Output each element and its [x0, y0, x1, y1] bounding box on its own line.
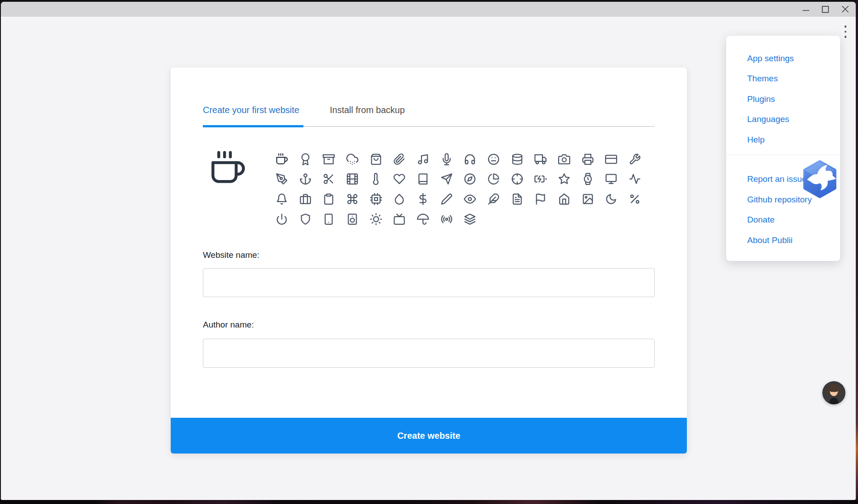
minimize-button[interactable] [796, 2, 816, 17]
kebab-dot [845, 31, 847, 33]
close-button[interactable] [835, 2, 855, 17]
menu-item-help[interactable]: Help [726, 130, 840, 150]
power-icon [276, 213, 288, 225]
author-name-input[interactable] [203, 339, 655, 368]
flag-icon [534, 193, 547, 205]
icon-option-book[interactable] [411, 169, 435, 189]
icon-option-percent[interactable] [623, 189, 647, 209]
icon-option-bell[interactable] [270, 189, 294, 209]
create-website-button[interactable]: Create website [171, 418, 687, 454]
icon-option-tv[interactable] [387, 209, 411, 229]
maximize-button[interactable] [816, 2, 835, 17]
icon-option-database[interactable] [505, 149, 529, 169]
icon-option-cpu[interactable] [364, 189, 388, 209]
icon-option-crosshair[interactable] [505, 169, 529, 189]
icon-option-monitor[interactable] [600, 169, 623, 189]
icon-option-headphones[interactable] [458, 149, 482, 169]
coffee-icon [276, 153, 288, 165]
icon-option-dollar-sign[interactable] [411, 189, 435, 209]
window-titlebar[interactable] [1, 2, 856, 17]
menu-item-plugins[interactable]: Plugins [726, 89, 840, 109]
icon-option-moon[interactable] [600, 189, 623, 209]
watch-icon [582, 173, 594, 185]
cpu-icon [370, 193, 382, 205]
icon-option-credit-card[interactable] [600, 149, 623, 169]
icon-option-sun[interactable] [364, 209, 388, 229]
icon-option-award[interactable] [294, 149, 317, 169]
icon-option-heart[interactable] [387, 169, 411, 189]
icon-option-camera[interactable] [552, 149, 576, 169]
more-options-button[interactable] [839, 21, 852, 42]
icon-option-flag[interactable] [529, 189, 553, 209]
icon-option-cloud-snow[interactable] [341, 149, 364, 169]
icon-option-clipboard[interactable] [317, 189, 341, 209]
icon-option-tool[interactable] [623, 149, 647, 169]
user-avatar [822, 381, 845, 404]
icon-option-film[interactable] [341, 169, 364, 189]
scissors-icon [323, 173, 335, 185]
icon-option-music[interactable] [411, 149, 435, 169]
icon-option-file-text[interactable] [505, 189, 529, 209]
compass-icon [464, 173, 476, 185]
percent-icon [629, 193, 641, 205]
database-icon [511, 153, 523, 165]
icon-option-edit-2[interactable] [435, 189, 458, 209]
icon-option-droplet[interactable] [387, 189, 411, 209]
menu-item-app-settings[interactable]: App settings [726, 48, 840, 69]
icon-option-power[interactable] [270, 209, 294, 229]
tab-active-underline [203, 125, 303, 127]
icon-option-scissors[interactable] [317, 169, 341, 189]
icon-option-compass[interactable] [458, 169, 482, 189]
icon-option-paperclip[interactable] [387, 149, 411, 169]
icon-option-archive[interactable] [317, 149, 341, 169]
menu-item-about-publii[interactable]: About Publii [726, 230, 840, 251]
clipboard-icon [323, 193, 335, 205]
camera-icon [558, 153, 570, 165]
radio-icon [441, 213, 453, 225]
tool-icon [629, 153, 641, 165]
icon-option-meh[interactable] [482, 149, 505, 169]
icon-option-image[interactable] [576, 189, 600, 209]
icon-option-shopping-bag[interactable] [364, 149, 388, 169]
website-name-input[interactable] [203, 268, 655, 297]
icon-option-feather[interactable] [482, 189, 505, 209]
credit-card-icon [605, 153, 617, 165]
icon-option-layers[interactable] [458, 209, 482, 229]
truck-icon [534, 153, 547, 165]
icon-option-printer[interactable] [576, 149, 600, 169]
icon-option-mic[interactable] [435, 149, 458, 169]
icon-option-home[interactable] [552, 189, 576, 209]
kebab-dot [845, 36, 847, 38]
icon-option-anchor[interactable] [294, 169, 317, 189]
icon-option-truck[interactable] [529, 149, 553, 169]
icon-option-umbrella[interactable] [411, 209, 435, 229]
icon-option-speaker[interactable] [341, 209, 364, 229]
icon-option-star[interactable] [552, 169, 576, 189]
icon-option-watch[interactable] [576, 169, 600, 189]
icon-option-smartphone[interactable] [317, 209, 341, 229]
icon-option-battery-charging[interactable] [529, 169, 553, 189]
tab-install-from-backup[interactable]: Install from backup [330, 104, 405, 116]
icon-option-pie-chart[interactable] [482, 169, 505, 189]
image-icon [582, 193, 594, 205]
book-icon [417, 173, 429, 185]
icon-option-thermometer[interactable] [364, 169, 388, 189]
icon-option-radio[interactable] [435, 209, 458, 229]
thermometer-icon [370, 173, 382, 185]
icon-option-pen-tool[interactable] [270, 169, 294, 189]
create-website-card: Create your first website Install from b… [171, 67, 687, 454]
icon-option-shield[interactable] [294, 209, 317, 229]
menu-item-donate[interactable]: Donate [726, 210, 840, 231]
layers-icon [464, 213, 476, 225]
icon-option-coffee[interactable] [270, 149, 294, 169]
icon-option-command[interactable] [341, 189, 364, 209]
icon-option-briefcase[interactable] [294, 189, 317, 209]
tab-create-first-website[interactable]: Create your first website [203, 104, 299, 116]
dollar-sign-icon [417, 193, 429, 205]
speaker-icon [346, 213, 358, 225]
icon-option-eye[interactable] [458, 189, 482, 209]
menu-item-languages[interactable]: Languages [726, 109, 840, 130]
icon-option-activity[interactable] [623, 169, 647, 189]
icon-option-send[interactable] [435, 169, 458, 189]
menu-item-themes[interactable]: Themes [726, 69, 840, 89]
